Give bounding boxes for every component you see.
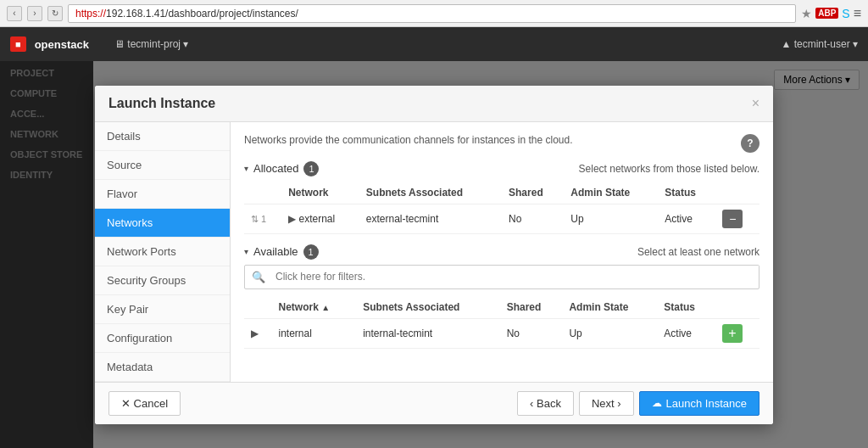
skype-icon[interactable]: S	[842, 7, 849, 20]
col-expand-avail	[244, 296, 272, 319]
modal-footer: ✕ Cancel ‹ Back Next › ☁ Launch Instance	[95, 382, 773, 424]
openstack-logo: ■	[10, 36, 26, 52]
subnets-external: external-tecmint	[359, 204, 502, 233]
available-row-internal: ▶ internal internal-tecmint No Up Active…	[244, 318, 760, 348]
browser-icons: ★ ABP S ≡	[801, 6, 861, 21]
top-navbar: ■ openstack 🖥 tecmint-proj ▾ ▲ tecmint-u…	[0, 27, 868, 61]
launch-instance-modal: Launch Instance × Details Source Flavor …	[95, 86, 773, 424]
admin-state-internal: Up	[562, 318, 657, 348]
available-badge: 1	[303, 244, 319, 260]
available-table: Network ▲ Subnets Associated Shared Admi…	[244, 296, 760, 349]
remove-external-button[interactable]: −	[722, 210, 743, 228]
allocated-table: Network Subnets Associated Shared Admin …	[244, 182, 760, 234]
status-internal: Active	[657, 318, 715, 348]
subnets-internal: internal-tecmint	[356, 318, 500, 348]
col-subnets-avail: Subnets Associated	[356, 296, 500, 319]
shared-internal: No	[500, 318, 563, 348]
nav-item-metadata[interactable]: Metadata	[95, 353, 230, 382]
col-admin-alloc: Admin State	[564, 182, 658, 204]
nav-item-key-pair[interactable]: Key Pair	[95, 295, 230, 324]
modal-body: Details Source Flavor Networks Network P…	[95, 122, 773, 382]
col-handle	[244, 182, 281, 204]
allocated-section-header: ▾ Allocated 1 Select networks from those…	[244, 161, 760, 176]
modal-header: Launch Instance ×	[95, 86, 773, 122]
back-button[interactable]: ‹ Back	[517, 391, 574, 416]
col-admin-avail: Admin State	[562, 296, 657, 319]
col-action-avail	[715, 296, 760, 319]
launch-label: Launch Instance	[666, 397, 747, 410]
nav-item-flavor[interactable]: Flavor	[95, 180, 230, 209]
col-network-alloc: Network	[281, 182, 359, 204]
shared-external: No	[502, 204, 564, 233]
add-internal-button[interactable]: +	[722, 324, 743, 343]
expand-row-icon[interactable]: ▶	[288, 213, 296, 225]
modal-overlay: Launch Instance × Details Source Flavor …	[0, 61, 868, 448]
brand-name: openstack	[35, 38, 89, 51]
modal-close-button[interactable]: ×	[752, 96, 760, 111]
footer-right-buttons: ‹ Back Next › ☁ Launch Instance	[517, 391, 760, 416]
col-status-alloc: Status	[658, 182, 715, 204]
available-chevron-icon[interactable]: ▾	[244, 247, 248, 256]
expand-internal-icon[interactable]: ▶	[251, 328, 259, 339]
search-icon: 🔍	[245, 266, 272, 288]
nav-item-source[interactable]: Source	[95, 151, 230, 180]
url-text: https://192.168.1.41/dashboard/project/i…	[75, 8, 298, 20]
nav-item-details[interactable]: Details	[95, 122, 230, 151]
available-label: Available	[253, 245, 298, 258]
help-button[interactable]: ?	[741, 134, 760, 153]
available-hint: Select at least one network	[637, 246, 760, 258]
select-hint: Select networks from those listed below.	[579, 163, 760, 175]
col-action-alloc	[715, 182, 760, 204]
bookmark-icon[interactable]: ★	[801, 7, 812, 20]
nav-item-security-groups[interactable]: Security Groups	[95, 266, 230, 295]
filter-input[interactable]	[272, 266, 759, 288]
allocated-row-external: ⇅ 1 ▶ external external-tecmint No Up Ac…	[244, 204, 760, 233]
project-selector[interactable]: 🖥 tecmint-proj ▾	[114, 38, 188, 50]
cloud-icon: ☁	[652, 397, 662, 409]
nav-item-configuration[interactable]: Configuration	[95, 324, 230, 353]
allocated-label: Allocated	[253, 162, 298, 175]
col-subnets-alloc: Subnets Associated	[359, 182, 502, 204]
nav-item-network-ports[interactable]: Network Ports	[95, 238, 230, 266]
admin-state-external: Up	[564, 204, 658, 233]
filter-bar: 🔍	[244, 265, 760, 289]
network-internal: internal	[272, 318, 357, 348]
back-button[interactable]: ‹	[7, 6, 22, 21]
browser-bar: ‹ › ↻ https://192.168.1.41/dashboard/pro…	[0, 0, 868, 27]
top-nav-left: ■ openstack 🖥 tecmint-proj ▾	[10, 36, 188, 52]
next-button[interactable]: Next ›	[579, 391, 634, 416]
user-menu[interactable]: ▲ tecmint-user ▾	[781, 38, 858, 50]
available-section-header: ▾ Available 1 Select at least one networ…	[244, 244, 760, 260]
col-status-avail: Status	[657, 296, 715, 319]
col-network-avail[interactable]: Network ▲	[272, 296, 357, 319]
status-external: Active	[658, 204, 715, 233]
launch-instance-button[interactable]: ☁ Launch Instance	[639, 391, 760, 416]
app-background: ■ openstack 🖥 tecmint-proj ▾ ▲ tecmint-u…	[0, 27, 868, 448]
nav-item-networks[interactable]: Networks	[95, 209, 230, 238]
modal-title: Launch Instance	[108, 96, 215, 111]
browser-menu-icon[interactable]: ≡	[854, 6, 861, 21]
adblock-icon[interactable]: ABP	[815, 8, 838, 19]
allocated-badge: 1	[303, 161, 319, 176]
forward-button[interactable]: ›	[27, 6, 42, 21]
content-description-text: Networks provide the communication chann…	[244, 134, 573, 146]
drag-handle-icon[interactable]: ⇅ 1	[251, 214, 266, 224]
allocated-chevron-icon[interactable]: ▾	[244, 164, 248, 173]
url-bar[interactable]: https://192.168.1.41/dashboard/project/i…	[68, 4, 796, 23]
modal-nav: Details Source Flavor Networks Network P…	[95, 122, 231, 382]
reload-button[interactable]: ↻	[47, 6, 63, 21]
col-shared-alloc: Shared	[502, 182, 564, 204]
cancel-button[interactable]: ✕ Cancel	[108, 391, 181, 416]
content-description-row: Networks provide the communication chann…	[244, 134, 760, 153]
modal-main-content: Networks provide the communication chann…	[231, 122, 773, 382]
col-shared-avail: Shared	[500, 296, 563, 319]
